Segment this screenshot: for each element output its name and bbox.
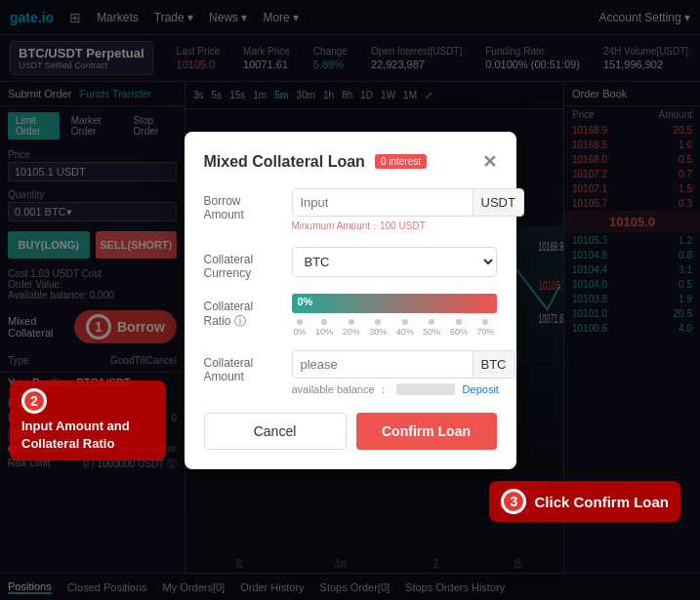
available-label: available balance ： bbox=[292, 382, 389, 397]
tick-50: 50% bbox=[423, 319, 440, 337]
borrow-hint: Minumum Amount：100 USDT bbox=[292, 220, 524, 233]
collateral-currency-field: Collateral Currency BTC ETH USDT bbox=[204, 247, 497, 280]
ratio-bar-container: 0% bbox=[292, 294, 497, 313]
tick-dot-20 bbox=[349, 319, 354, 325]
tick-40: 40% bbox=[396, 319, 414, 337]
currency-select[interactable]: BTC ETH USDT bbox=[292, 247, 497, 277]
tick-60: 60% bbox=[450, 319, 468, 337]
tick-dot-10 bbox=[321, 319, 327, 325]
collateral-suffix: BTC bbox=[473, 351, 515, 378]
step-2-circle: 2 bbox=[21, 388, 47, 414]
collateral-amount-input[interactable] bbox=[293, 351, 473, 378]
amount-content: BTC available balance ： Deposit bbox=[292, 350, 515, 397]
ratio-content: 0% 0% 10% 20% 30% 40% 50% 60% 70% bbox=[292, 294, 497, 337]
borrow-input-row: USDT bbox=[292, 188, 524, 217]
modal-title-row: Mixed Collateral Loan 0 interest ✕ bbox=[204, 151, 497, 173]
tick-dot-70 bbox=[482, 319, 488, 325]
step-3-content: 3 Click Confirm Loan bbox=[501, 489, 669, 514]
interest-badge: 0 interest bbox=[375, 154, 427, 169]
collateral-ratio-field: Collateral Ratio ⓘ 0% 0% 10% 20% 30% 40%… bbox=[204, 294, 497, 337]
currency-content: BTC ETH USDT bbox=[292, 247, 497, 277]
tick-dot-0 bbox=[297, 319, 303, 325]
ratio-bar-background[interactable]: 0% bbox=[292, 294, 497, 313]
cancel-button[interactable]: Cancel bbox=[204, 413, 347, 450]
currency-label: Collateral Currency bbox=[204, 247, 282, 280]
step-2-text: Input Amount and Collateral Ratio bbox=[21, 418, 154, 453]
tick-70: 70% bbox=[476, 319, 494, 337]
modal-title: Mixed Collateral Loan bbox=[204, 153, 365, 171]
amount-label: Collateral Amount bbox=[204, 350, 282, 383]
tick-10: 10% bbox=[315, 319, 333, 337]
borrow-suffix: USDT bbox=[473, 189, 523, 216]
available-balance-row: available balance ： Deposit bbox=[292, 382, 515, 397]
tick-0: 0% bbox=[294, 319, 307, 337]
borrow-amount-field: Borrow Amount USDT Minumum Amount：100 US… bbox=[204, 188, 497, 233]
deposit-link[interactable]: Deposit bbox=[463, 383, 499, 395]
mixed-collateral-modal: Mixed Collateral Loan 0 interest ✕ Borro… bbox=[185, 132, 516, 469]
modal-close-button[interactable]: ✕ bbox=[482, 151, 497, 173]
step-2-annotation: 2 Input Amount and Collateral Ratio bbox=[10, 380, 166, 460]
tick-dot-50 bbox=[429, 319, 434, 325]
collateral-amount-field: Collateral Amount BTC available balance … bbox=[204, 350, 497, 397]
ratio-percentage: 0% bbox=[298, 296, 313, 307]
tick-dot-30 bbox=[375, 319, 381, 325]
tick-dot-60 bbox=[456, 319, 462, 325]
tick-30: 30% bbox=[369, 319, 387, 337]
step-3-annotation: 3 Click Confirm Loan bbox=[489, 481, 680, 522]
step-3-text: Click Confirm Loan bbox=[534, 494, 669, 510]
available-amount-placeholder bbox=[396, 383, 455, 395]
borrow-amount-input[interactable] bbox=[293, 189, 473, 216]
borrow-amount-content: USDT Minumum Amount：100 USDT bbox=[292, 188, 524, 233]
ratio-label: Collateral Ratio ⓘ bbox=[204, 294, 282, 330]
tick-dot-40 bbox=[402, 319, 408, 325]
collateral-input-row: BTC bbox=[292, 350, 515, 379]
step-2-header: 2 bbox=[21, 388, 154, 414]
borrow-amount-label: Borrow Amount bbox=[204, 188, 282, 221]
step-3-circle: 3 bbox=[501, 489, 526, 514]
modal-buttons: Cancel Confirm Loan bbox=[204, 413, 497, 450]
ratio-ticks: 0% 10% 20% 30% 40% 50% 60% 70% bbox=[292, 319, 497, 337]
confirm-loan-button[interactable]: Confirm Loan bbox=[356, 413, 497, 450]
tick-20: 20% bbox=[343, 319, 360, 337]
